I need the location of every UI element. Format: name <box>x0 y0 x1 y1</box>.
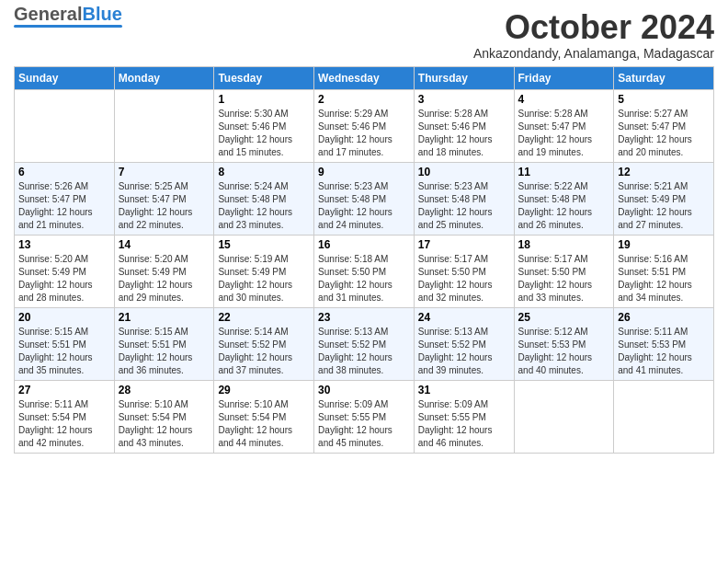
day-number: 9 <box>318 166 410 178</box>
calendar-cell <box>15 89 115 162</box>
day-number: 25 <box>518 311 610 324</box>
calendar-cell: 13Sunrise: 5:20 AM Sunset: 5:49 PM Dayli… <box>15 235 115 307</box>
day-info: Sunrise: 5:17 AM Sunset: 5:50 PM Dayligh… <box>418 253 510 304</box>
calendar-cell <box>514 380 614 453</box>
day-info: Sunrise: 5:13 AM Sunset: 5:52 PM Dayligh… <box>318 326 410 377</box>
weekday-header: Friday <box>514 66 614 89</box>
calendar-cell: 25Sunrise: 5:12 AM Sunset: 5:53 PM Dayli… <box>514 307 614 380</box>
calendar-cell: 19Sunrise: 5:16 AM Sunset: 5:51 PM Dayli… <box>614 235 714 307</box>
day-number: 26 <box>618 311 710 324</box>
weekday-header: Monday <box>114 66 214 89</box>
day-number: 22 <box>218 311 310 324</box>
day-number: 5 <box>618 93 710 106</box>
day-number: 4 <box>518 93 610 106</box>
day-info: Sunrise: 5:10 AM Sunset: 5:54 PM Dayligh… <box>218 398 310 450</box>
day-info: Sunrise: 5:09 AM Sunset: 5:55 PM Dayligh… <box>418 398 510 450</box>
day-info: Sunrise: 5:22 AM Sunset: 5:48 PM Dayligh… <box>518 180 610 232</box>
day-info: Sunrise: 5:19 AM Sunset: 5:49 PM Dayligh… <box>218 253 310 304</box>
calendar-cell: 2Sunrise: 5:29 AM Sunset: 5:46 PM Daylig… <box>314 89 415 162</box>
logo-underline <box>14 25 122 28</box>
day-number: 18 <box>518 238 610 251</box>
day-info: Sunrise: 5:25 AM Sunset: 5:47 PM Dayligh… <box>119 180 210 232</box>
day-number: 15 <box>218 238 310 251</box>
day-number: 28 <box>119 384 210 396</box>
day-number: 30 <box>318 384 410 396</box>
calendar-cell: 16Sunrise: 5:18 AM Sunset: 5:50 PM Dayli… <box>314 235 415 307</box>
day-info: Sunrise: 5:23 AM Sunset: 5:48 PM Dayligh… <box>318 180 410 232</box>
calendar-table: SundayMondayTuesdayWednesdayThursdayFrid… <box>14 66 714 454</box>
calendar-cell: 10Sunrise: 5:23 AM Sunset: 5:48 PM Dayli… <box>414 162 514 235</box>
calendar-cell: 28Sunrise: 5:10 AM Sunset: 5:54 PM Dayli… <box>114 380 214 453</box>
day-number: 23 <box>318 311 410 324</box>
calendar-cell: 7Sunrise: 5:25 AM Sunset: 5:47 PM Daylig… <box>114 162 214 235</box>
calendar-week-row: 13Sunrise: 5:20 AM Sunset: 5:49 PM Dayli… <box>15 235 714 307</box>
day-info: Sunrise: 5:20 AM Sunset: 5:49 PM Dayligh… <box>18 253 110 304</box>
calendar-header-row: SundayMondayTuesdayWednesdayThursdayFrid… <box>15 66 714 89</box>
day-info: Sunrise: 5:18 AM Sunset: 5:50 PM Dayligh… <box>318 253 410 304</box>
logo-text-general: General <box>14 4 82 25</box>
calendar-cell: 4Sunrise: 5:28 AM Sunset: 5:47 PM Daylig… <box>514 89 614 162</box>
calendar-cell: 26Sunrise: 5:11 AM Sunset: 5:53 PM Dayli… <box>614 307 714 380</box>
calendar-cell: 15Sunrise: 5:19 AM Sunset: 5:49 PM Dayli… <box>214 235 314 307</box>
location-subtitle: Ankazondandy, Analamanga, Madagascar <box>473 46 714 61</box>
day-number: 21 <box>119 311 210 324</box>
day-number: 8 <box>218 166 310 178</box>
day-number: 31 <box>418 384 510 396</box>
calendar-cell: 9Sunrise: 5:23 AM Sunset: 5:48 PM Daylig… <box>314 162 415 235</box>
calendar-cell: 18Sunrise: 5:17 AM Sunset: 5:50 PM Dayli… <box>514 235 614 307</box>
calendar-cell: 24Sunrise: 5:13 AM Sunset: 5:52 PM Dayli… <box>414 307 514 380</box>
day-info: Sunrise: 5:26 AM Sunset: 5:47 PM Dayligh… <box>18 180 110 232</box>
day-info: Sunrise: 5:28 AM Sunset: 5:47 PM Dayligh… <box>518 108 610 159</box>
day-info: Sunrise: 5:11 AM Sunset: 5:53 PM Dayligh… <box>618 326 710 377</box>
calendar-cell <box>114 89 214 162</box>
day-info: Sunrise: 5:24 AM Sunset: 5:48 PM Dayligh… <box>218 180 310 232</box>
day-number: 7 <box>119 166 210 178</box>
month-title: October 2024 <box>473 9 714 46</box>
day-number: 6 <box>18 166 110 178</box>
weekday-header: Saturday <box>614 66 714 89</box>
day-info: Sunrise: 5:16 AM Sunset: 5:51 PM Dayligh… <box>618 253 710 304</box>
calendar-cell: 30Sunrise: 5:09 AM Sunset: 5:55 PM Dayli… <box>314 380 415 453</box>
calendar-cell: 1Sunrise: 5:30 AM Sunset: 5:46 PM Daylig… <box>214 89 314 162</box>
calendar-week-row: 1Sunrise: 5:30 AM Sunset: 5:46 PM Daylig… <box>15 89 714 162</box>
day-number: 20 <box>18 311 110 324</box>
weekday-header: Thursday <box>414 66 514 89</box>
page-header: General General Blue October 2024 Ankazo… <box>14 9 714 61</box>
day-number: 10 <box>418 166 510 178</box>
calendar-cell: 17Sunrise: 5:17 AM Sunset: 5:50 PM Dayli… <box>414 235 514 307</box>
calendar-cell: 22Sunrise: 5:14 AM Sunset: 5:52 PM Dayli… <box>214 307 314 380</box>
day-info: Sunrise: 5:09 AM Sunset: 5:55 PM Dayligh… <box>318 398 410 450</box>
title-section: October 2024 Ankazondandy, Analamanga, M… <box>473 9 714 61</box>
day-info: Sunrise: 5:28 AM Sunset: 5:46 PM Dayligh… <box>418 108 510 159</box>
calendar-cell: 23Sunrise: 5:13 AM Sunset: 5:52 PM Dayli… <box>314 307 415 380</box>
logo-text-blue: Blue <box>82 4 121 25</box>
day-info: Sunrise: 5:27 AM Sunset: 5:47 PM Dayligh… <box>618 108 710 159</box>
day-info: Sunrise: 5:14 AM Sunset: 5:52 PM Dayligh… <box>218 326 310 377</box>
day-number: 27 <box>18 384 110 396</box>
day-info: Sunrise: 5:21 AM Sunset: 5:49 PM Dayligh… <box>618 180 710 232</box>
day-number: 13 <box>18 238 110 251</box>
calendar-cell: 12Sunrise: 5:21 AM Sunset: 5:49 PM Dayli… <box>614 162 714 235</box>
calendar-cell: 3Sunrise: 5:28 AM Sunset: 5:46 PM Daylig… <box>414 89 514 162</box>
calendar-cell: 11Sunrise: 5:22 AM Sunset: 5:48 PM Dayli… <box>514 162 614 235</box>
day-info: Sunrise: 5:12 AM Sunset: 5:53 PM Dayligh… <box>518 326 610 377</box>
calendar-cell: 29Sunrise: 5:10 AM Sunset: 5:54 PM Dayli… <box>214 380 314 453</box>
day-number: 24 <box>418 311 510 324</box>
calendar-cell: 31Sunrise: 5:09 AM Sunset: 5:55 PM Dayli… <box>414 380 514 453</box>
day-info: Sunrise: 5:20 AM Sunset: 5:49 PM Dayligh… <box>119 253 210 304</box>
day-info: Sunrise: 5:30 AM Sunset: 5:46 PM Dayligh… <box>218 108 310 159</box>
calendar-cell <box>614 380 714 453</box>
calendar-cell: 8Sunrise: 5:24 AM Sunset: 5:48 PM Daylig… <box>214 162 314 235</box>
day-number: 12 <box>618 166 710 178</box>
day-info: Sunrise: 5:29 AM Sunset: 5:46 PM Dayligh… <box>318 108 410 159</box>
calendar-cell: 21Sunrise: 5:15 AM Sunset: 5:51 PM Dayli… <box>114 307 214 380</box>
calendar-week-row: 27Sunrise: 5:11 AM Sunset: 5:54 PM Dayli… <box>15 380 714 453</box>
weekday-header: Sunday <box>15 66 115 89</box>
weekday-header: Wednesday <box>314 66 415 89</box>
day-number: 16 <box>318 238 410 251</box>
calendar-cell: 5Sunrise: 5:27 AM Sunset: 5:47 PM Daylig… <box>614 89 714 162</box>
day-number: 11 <box>518 166 610 178</box>
calendar-cell: 20Sunrise: 5:15 AM Sunset: 5:51 PM Dayli… <box>15 307 115 380</box>
day-number: 3 <box>418 93 510 106</box>
day-number: 2 <box>318 93 410 106</box>
